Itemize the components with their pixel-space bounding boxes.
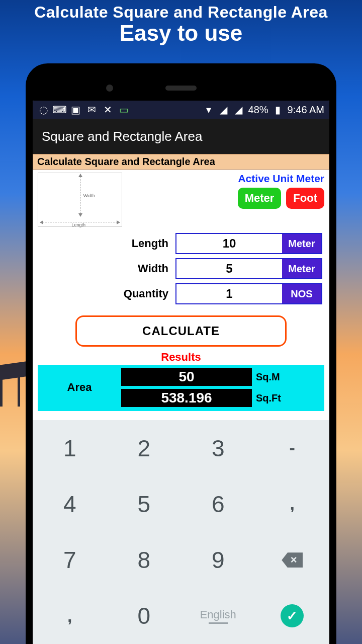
keyboard-language-label: English	[200, 608, 236, 621]
key-3[interactable]: 3	[181, 420, 255, 476]
key-7[interactable]: 7	[33, 532, 107, 588]
area-sqm-unit: Sq.M	[256, 371, 320, 383]
quantity-unit-tag: NOS	[282, 284, 321, 303]
key-0[interactable]: 0	[107, 588, 182, 644]
key-6[interactable]: 6	[181, 476, 255, 532]
phone-frame: ◌ ⌨ ▣ ✉ ✕ ▭ ▾ ◢ ◢ 48% ▮ 9:46 AM Square a…	[26, 63, 336, 644]
signal-r-icon: ◢	[218, 104, 229, 115]
area-sqm-value: 50	[121, 368, 252, 386]
key-done[interactable]	[255, 588, 330, 644]
results-table: Area 50 Sq.M 538.196 Sq.Ft	[38, 365, 324, 411]
diagram-length-label: Length	[71, 222, 85, 227]
length-unit-tag: Meter	[282, 234, 321, 253]
backspace-icon	[282, 552, 303, 568]
width-input[interactable]	[176, 259, 282, 278]
key-2[interactable]: 2	[107, 420, 182, 476]
promo-line-2: Easy to use	[0, 21, 362, 46]
key-minus[interactable]: -	[255, 420, 330, 476]
quantity-label: Quantity	[90, 287, 175, 300]
phone-speaker-icon	[165, 86, 197, 91]
quantity-input[interactable]	[176, 284, 282, 303]
foot-button[interactable]: Foot	[286, 188, 324, 209]
area-sqft-unit: Sq.Ft	[256, 392, 320, 404]
meter-button[interactable]: Meter	[238, 188, 282, 209]
key-9[interactable]: 9	[181, 532, 255, 588]
key-8[interactable]: 8	[107, 532, 182, 588]
area-sqft-value: 538.196	[121, 389, 252, 407]
diagram-width-label: Width	[83, 193, 95, 198]
status-bar: ◌ ⌨ ▣ ✉ ✕ ▭ ▾ ◢ ◢ 48% ▮ 9:46 AM	[33, 101, 329, 119]
area-label: Area	[42, 381, 117, 394]
done-icon	[281, 604, 304, 627]
image-icon: ▣	[70, 104, 81, 115]
phone-camera-icon	[106, 85, 113, 92]
promo-banner: Calculate Square and Rectangle Area Easy…	[0, 0, 362, 46]
wifi-icon: ▾	[203, 104, 214, 115]
book-icon: ▭	[118, 104, 129, 115]
key-backspace[interactable]	[255, 532, 330, 588]
width-label: Width	[90, 262, 175, 275]
signal-icon: ◢	[233, 104, 244, 115]
promo-line-1: Calculate Square and Rectangle Area	[0, 3, 362, 22]
battery-icon: ▮	[273, 104, 284, 115]
shape-diagram: Width Length	[38, 173, 122, 227]
app-title: Square and Rectangle Area	[42, 129, 202, 144]
numeric-keyboard: 1 2 3 - 4 5 6 , 7 8 9	[33, 420, 329, 644]
battery-percent: 48%	[248, 104, 268, 116]
section-header: Calculate Square and Rectangle Area	[33, 154, 329, 170]
app-bar: Square and Rectangle Area	[33, 119, 329, 154]
wifi-off-icon: ✕	[102, 104, 113, 115]
key-language[interactable]: English	[181, 588, 255, 644]
active-unit-label: Active Unit Meter	[126, 173, 324, 185]
calculate-button[interactable]: CALCULATE	[75, 315, 287, 347]
key-5[interactable]: 5	[107, 476, 182, 532]
key-comma[interactable]: ,	[33, 588, 107, 644]
sync-icon: ◌	[38, 104, 49, 115]
message-icon: ✉	[86, 104, 97, 115]
length-label: Length	[90, 237, 175, 250]
key-1[interactable]: 1	[33, 420, 107, 476]
key-4[interactable]: 4	[33, 476, 107, 532]
results-label: Results	[33, 351, 329, 364]
clock-text: 9:46 AM	[288, 104, 324, 116]
keyboard-icon: ⌨	[54, 104, 65, 115]
key-comma-alt[interactable]: ,	[255, 476, 330, 532]
length-input[interactable]	[176, 234, 282, 253]
width-unit-tag: Meter	[282, 259, 321, 278]
